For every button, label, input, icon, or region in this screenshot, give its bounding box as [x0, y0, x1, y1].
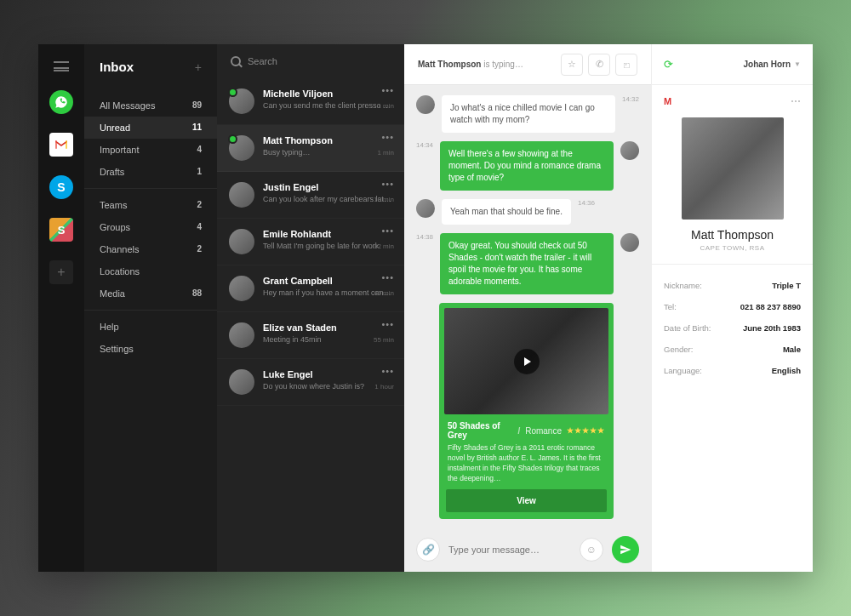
- message: Jo what's a nice chilled movie I can go …: [416, 95, 639, 133]
- more-icon[interactable]: •••: [374, 321, 394, 328]
- more-icon[interactable]: •••: [374, 368, 394, 374]
- search-icon: [231, 56, 241, 66]
- thread-row[interactable]: Justin EngelCan you look after my carebe…: [217, 172, 404, 219]
- nav-item[interactable]: Important4: [84, 139, 217, 161]
- add-app-button[interactable]: +: [49, 260, 73, 284]
- refresh-icon[interactable]: ⟳: [664, 58, 673, 71]
- play-icon[interactable]: [514, 349, 540, 374]
- message: Yeah man that should be fine.14:36: [416, 199, 639, 225]
- skype-icon[interactable]: S: [49, 175, 73, 199]
- message-input[interactable]: [448, 545, 571, 555]
- profile-header: ⟳ Johan Horn ▼: [652, 44, 813, 85]
- avatar: [229, 322, 254, 348]
- profile-photo: [682, 117, 784, 220]
- thread-row[interactable]: Elize van StadenMeeting in 45min•••55 mi…: [217, 312, 404, 359]
- search-bar[interactable]: Search: [217, 44, 404, 78]
- slack-icon[interactable]: S: [49, 218, 73, 242]
- thread-list: Search Michelle ViljoenCan you send me t…: [217, 44, 404, 572]
- thread-row[interactable]: Luke EngelDo you know where Justin is?••…: [217, 359, 404, 406]
- nav-item[interactable]: Unread11: [84, 117, 217, 139]
- star-icon[interactable]: ☆: [561, 54, 583, 76]
- send-button[interactable]: [612, 536, 639, 563]
- avatar: [416, 95, 435, 114]
- nav-item[interactable]: Settings: [84, 338, 217, 360]
- call-icon[interactable]: ✆: [588, 54, 610, 76]
- profile-field: Tel:021 88 237 8890: [664, 296, 801, 317]
- nav-item[interactable]: All Messages89: [84, 94, 217, 117]
- app-rail: S S +: [38, 44, 84, 572]
- profile-field: Nickname:Triple T: [664, 275, 801, 296]
- avatar: [229, 182, 254, 208]
- nav-title: Inbox +: [84, 60, 217, 89]
- media-card[interactable]: 50 Shades of Grey/Romance★★★★★Fifty Shad…: [439, 303, 614, 519]
- compose-icon[interactable]: +: [195, 60, 202, 74]
- avatar: [229, 135, 254, 161]
- message: Okay great. You should check out 50 Shad…: [416, 233, 639, 294]
- avatar: [416, 199, 435, 218]
- nav-panel: Inbox + All Messages89Unread11Important4…: [84, 44, 217, 572]
- nav-title-text: Inbox: [100, 60, 134, 74]
- avatar: [620, 233, 639, 252]
- video-icon[interactable]: ⏍: [615, 54, 637, 76]
- avatar: [620, 141, 639, 160]
- avatar: [229, 229, 254, 254]
- menu-icon[interactable]: [54, 61, 69, 71]
- message: Well there's a few showing at the moment…: [416, 141, 639, 191]
- profile-panel: ⟳ Johan Horn ▼ M ⋯ Matt Thompson Cape To…: [651, 44, 813, 572]
- nav-item[interactable]: Media88: [84, 282, 217, 305]
- attach-icon[interactable]: 🔗: [416, 538, 440, 562]
- more-icon[interactable]: ⋯: [791, 95, 801, 107]
- app-window: S S + Inbox + All Messages89Unread11Impo…: [38, 44, 813, 572]
- chat-panel: Matt Thompson is typing… ☆ ✆ ⏍ Jo what's…: [404, 44, 651, 572]
- view-button[interactable]: View: [446, 489, 607, 512]
- whatsapp-icon[interactable]: [49, 90, 73, 114]
- nav-item[interactable]: Teams2: [84, 194, 217, 216]
- nav-item[interactable]: Locations: [84, 260, 217, 282]
- thread-row[interactable]: Grant CampbellHey man if you have a mome…: [217, 265, 404, 312]
- message-list: Jo what's a nice chilled movie I can go …: [404, 85, 651, 528]
- profile-location: Cape Town, RSA: [652, 244, 813, 252]
- profile-field: Language:English: [664, 360, 801, 381]
- chevron-down-icon[interactable]: ▼: [794, 60, 801, 68]
- nav-item[interactable]: Help: [84, 316, 217, 338]
- profile-field: Gender:Male: [664, 339, 801, 360]
- more-icon[interactable]: •••: [374, 180, 394, 187]
- chat-header: Matt Thompson is typing… ☆ ✆ ⏍: [404, 44, 651, 85]
- more-icon[interactable]: •••: [377, 134, 394, 140]
- more-icon[interactable]: •••: [377, 87, 394, 94]
- emoji-icon[interactable]: ☺: [580, 538, 603, 562]
- current-user[interactable]: Johan Horn: [744, 60, 791, 69]
- nav-item[interactable]: Groups4: [84, 216, 217, 238]
- more-icon[interactable]: •••: [374, 227, 394, 234]
- nav-item[interactable]: Drafts1: [84, 161, 217, 183]
- nav-item[interactable]: Channels2: [84, 238, 217, 260]
- profile-info: Nickname:Triple TTel:021 88 237 8890Date…: [652, 264, 813, 391]
- typing-indicator: Matt Thompson is typing…: [418, 60, 523, 69]
- thread-row[interactable]: Michelle ViljoenCan you send me the clie…: [217, 78, 404, 125]
- avatar: [229, 369, 254, 395]
- avatar: [229, 276, 254, 301]
- gmail-icon[interactable]: [49, 133, 73, 157]
- avatar: [229, 88, 254, 114]
- source-gmail-icon[interactable]: M: [664, 96, 671, 106]
- profile-field: Date of Birth:June 20th 1983: [664, 317, 801, 339]
- thread-row[interactable]: Emile RohlandtTell Matt I'm going be lat…: [217, 219, 404, 265]
- search-placeholder: Search: [248, 56, 277, 66]
- thread-row[interactable]: Matt ThompsonBusy typing…•••1 min: [217, 125, 404, 172]
- video-thumbnail[interactable]: [444, 308, 608, 414]
- compose-bar: 🔗 ☺: [404, 528, 651, 572]
- profile-name: Matt Thompson: [652, 228, 813, 242]
- more-icon[interactable]: •••: [374, 274, 394, 281]
